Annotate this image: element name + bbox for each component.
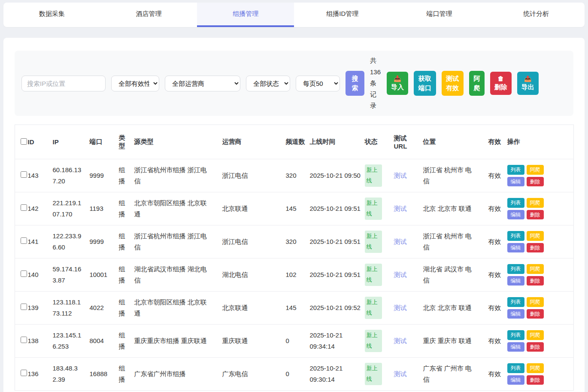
operator-select[interactable]: 全部运营商 [165, 76, 240, 91]
row-checkbox[interactable] [21, 304, 27, 310]
row-delete-button[interactable]: 删除 [527, 210, 544, 220]
row-delete-button[interactable]: 删除 [527, 375, 544, 385]
row-crawl-button[interactable]: 阿爬 [527, 297, 544, 307]
cell-port: 9999 [90, 225, 119, 258]
delete-button[interactable]: 🗑 删除 [490, 72, 512, 95]
status-badge: 新上线 [365, 198, 382, 219]
export-button[interactable]: 📤 导出 [517, 72, 539, 95]
row-list-button[interactable]: 列表 [507, 330, 524, 340]
crawl-button-label: 阿爬 [473, 74, 480, 93]
tab-data-collection[interactable]: 数据采集 [3, 3, 100, 27]
test-link[interactable]: 测试 [394, 172, 407, 179]
row-checkbox[interactable] [21, 370, 27, 376]
row-edit-button[interactable]: 编辑 [507, 309, 524, 319]
test-link[interactable]: 测试 [394, 337, 407, 344]
cell-port: 9999 [90, 159, 119, 192]
main-panel: 全部有效性 全部运营商 全部状态 每页50 搜索 共136条记录 📥 导入 获取… [3, 38, 585, 392]
row-crawl-button[interactable]: 阿爬 [527, 330, 544, 340]
test-link[interactable]: 测试 [394, 370, 407, 377]
cell-type: 组播 [119, 192, 134, 225]
row-list-button[interactable]: 列表 [507, 198, 524, 208]
cell-valid: 有效 [488, 292, 507, 325]
tab-hotel-management[interactable]: 酒店管理 [100, 3, 197, 27]
validity-select[interactable]: 全部有效性 [111, 76, 159, 91]
row-delete-button[interactable]: 删除 [527, 342, 544, 352]
get-port-button[interactable]: 获取端口 [414, 71, 436, 96]
row-crawl-button[interactable]: 阿爬 [527, 264, 544, 274]
cell-id: 143 [28, 159, 53, 192]
table-row: 140 59.174.163.87 10001 组播 湖北省武汉市组播 湖北电信… [15, 258, 574, 292]
cell-location: 重庆 重庆市 联通 [423, 325, 488, 358]
row-checkbox[interactable] [21, 270, 27, 277]
select-all-checkbox[interactable] [21, 138, 27, 145]
cell-ip: 60.186.137.20 [53, 159, 90, 192]
cell-source-type: 广东省广州市组播 [134, 358, 222, 391]
row-edit-button[interactable]: 编辑 [507, 276, 524, 286]
row-crawl-button[interactable]: 阿爬 [527, 165, 544, 175]
tab-port-management[interactable]: 端口管理 [391, 3, 488, 27]
row-edit-button[interactable]: 编辑 [507, 210, 524, 220]
row-delete-button[interactable]: 删除 [527, 276, 544, 286]
test-link[interactable]: 测试 [394, 205, 407, 212]
cell-port: 10001 [90, 258, 119, 292]
row-checkbox[interactable] [21, 237, 27, 244]
cell-operator: 广东电信 [222, 358, 286, 391]
row-list-button[interactable]: 列表 [507, 165, 524, 175]
row-checkbox[interactable] [21, 337, 27, 343]
cell-source-type: 北京市朝阳区组播 北京联通 [134, 192, 222, 225]
cell-type: 组播 [119, 159, 134, 192]
table-row: 138 123.145.16.253 8004 组播 重庆重庆市组播 重庆联通 … [15, 325, 574, 358]
row-list-button[interactable]: 列表 [507, 264, 524, 274]
row-list-button[interactable]: 列表 [507, 363, 524, 373]
test-link[interactable]: 测试 [394, 271, 407, 278]
test-valid-button[interactable]: 测试有效 [442, 71, 464, 96]
tab-multicast-management[interactable]: 组播管理 [197, 3, 294, 27]
row-delete-button[interactable]: 删除 [527, 309, 544, 319]
test-valid-button-label: 测试有效 [446, 74, 460, 93]
cell-id: 138 [28, 325, 53, 358]
cell-id: 139 [28, 292, 53, 325]
col-online-time: 上线时间 [310, 125, 365, 159]
col-channels: 频道数 [286, 125, 310, 159]
row-edit-button[interactable]: 编辑 [507, 375, 524, 385]
table-row: 142 221.219.107.170 1193 组播 北京市朝阳区组播 北京联… [15, 192, 574, 225]
tab-stats-analysis[interactable]: 统计分析 [488, 3, 585, 27]
search-input[interactable] [21, 76, 106, 91]
crawl-button[interactable]: 阿爬 [469, 71, 485, 96]
col-type: 类型 [119, 125, 134, 159]
cell-source-type: 浙江省杭州市组播 浙江电信 [134, 159, 222, 192]
cell-operator: 重庆联通 [222, 325, 286, 358]
cell-online-time: 2025-10-21 09:30:14 [310, 358, 365, 391]
import-button[interactable]: 📥 导入 [387, 72, 408, 95]
cell-type: 组播 [119, 358, 134, 391]
row-crawl-button[interactable]: 阿爬 [527, 363, 544, 373]
row-checkbox[interactable] [21, 204, 27, 211]
row-list-button[interactable]: 列表 [507, 297, 524, 307]
cell-location: 北京 北京市 联通 [423, 192, 488, 225]
tab-multicast-id-management[interactable]: 组播ID管理 [294, 3, 391, 27]
page-size-select[interactable]: 每页50 [296, 76, 340, 91]
cell-channels: 0 [286, 358, 310, 391]
col-status: 状态 [365, 125, 394, 159]
status-select[interactable]: 全部状态 [246, 76, 290, 91]
row-crawl-button[interactable]: 阿爬 [527, 231, 544, 241]
row-edit-button[interactable]: 编辑 [507, 243, 524, 253]
table-header-row: ID IP 端口 类型 源类型 运营商 频道数 上线时间 状态 测试URL 位置… [15, 125, 574, 159]
cell-id: 140 [28, 258, 53, 292]
tab-label: 酒店管理 [136, 10, 162, 18]
cell-location: 北京 北京市 联通 [423, 292, 488, 325]
cell-port: 8004 [90, 325, 119, 358]
row-crawl-button[interactable]: 阿爬 [527, 198, 544, 208]
cell-online-time: 2025-10-21 09:52 [310, 292, 365, 325]
row-delete-button[interactable]: 删除 [527, 177, 544, 187]
test-link[interactable]: 测试 [394, 238, 407, 245]
row-checkbox[interactable] [21, 171, 27, 178]
status-badge: 新上线 [365, 363, 382, 385]
row-edit-button[interactable]: 编辑 [507, 342, 524, 352]
row-edit-button[interactable]: 编辑 [507, 177, 524, 187]
test-link[interactable]: 测试 [394, 304, 407, 311]
search-button[interactable]: 搜索 [346, 71, 364, 96]
row-list-button[interactable]: 列表 [507, 231, 524, 241]
cell-location: 浙江省 杭州市 电信 [423, 225, 488, 258]
row-delete-button[interactable]: 删除 [527, 243, 544, 253]
